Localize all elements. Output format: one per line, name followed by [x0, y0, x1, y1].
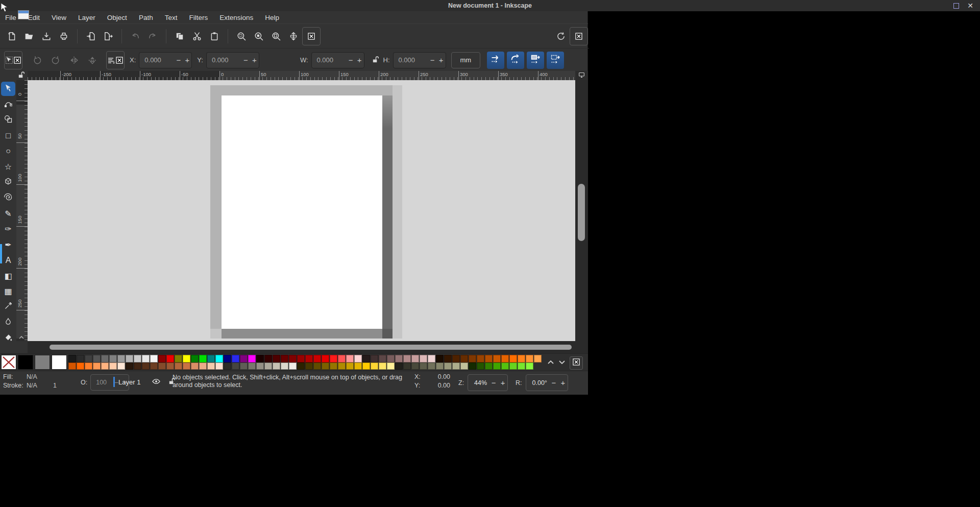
color-swatch[interactable] [77, 355, 84, 363]
box-3d-tool[interactable] [1, 175, 15, 189]
canvas[interactable] [28, 80, 575, 341]
color-swatch[interactable] [354, 363, 362, 370]
color-swatch[interactable] [166, 363, 174, 370]
color-swatch[interactable] [428, 355, 435, 363]
selection-mode-button[interactable] [4, 51, 22, 69]
color-swatch[interactable] [387, 355, 395, 363]
color-swatch[interactable] [322, 355, 329, 363]
zoom-drawing-button[interactable] [250, 28, 267, 45]
rotation-increment[interactable]: + [558, 378, 568, 387]
color-swatch[interactable] [469, 363, 476, 370]
fit-page-button[interactable] [285, 28, 302, 45]
horizontal-scrollbar-thumb[interactable] [50, 345, 572, 350]
menu-view[interactable]: View [52, 14, 66, 21]
color-swatch[interactable] [477, 363, 484, 370]
toolbar-overflow-button[interactable] [570, 27, 588, 45]
color-swatch[interactable] [501, 363, 509, 370]
color-swatch[interactable] [183, 363, 190, 370]
color-swatch[interactable] [501, 355, 509, 363]
color-swatch[interactable] [85, 363, 92, 370]
menu-filters[interactable]: Filters [189, 14, 208, 21]
color-swatch[interactable] [428, 363, 435, 370]
color-swatch[interactable] [117, 355, 125, 363]
color-swatch[interactable] [322, 363, 329, 370]
color-swatch[interactable] [411, 363, 419, 370]
color-swatch[interactable] [509, 363, 517, 370]
h-input[interactable]: 0.000 [394, 56, 428, 64]
color-swatch[interactable] [346, 363, 354, 370]
color-swatch[interactable] [485, 355, 493, 363]
color-swatch[interactable] [403, 355, 411, 363]
paint-bucket-tool[interactable] [1, 331, 15, 345]
y-decrement[interactable]: − [241, 56, 250, 64]
color-swatch[interactable] [436, 355, 444, 363]
color-swatch[interactable] [436, 363, 444, 370]
color-swatch[interactable] [256, 363, 264, 370]
shape-builder-tool[interactable] [1, 113, 15, 127]
y-increment[interactable]: + [250, 56, 259, 64]
zoom-decrement[interactable]: − [489, 378, 498, 387]
black-swatch[interactable] [18, 355, 33, 370]
w-input[interactable]: 0.000 [312, 56, 347, 64]
color-swatch[interactable] [191, 355, 199, 363]
color-swatch[interactable] [338, 355, 346, 363]
lock-guides-toggle[interactable] [15, 71, 27, 80]
color-swatch[interactable] [93, 363, 101, 370]
color-swatch[interactable] [518, 363, 525, 370]
print-button[interactable] [55, 28, 72, 45]
menu-text[interactable]: Text [165, 14, 178, 21]
color-swatch[interactable] [526, 363, 533, 370]
color-swatch[interactable] [248, 363, 256, 370]
color-swatch[interactable] [215, 355, 223, 363]
color-swatch[interactable] [354, 355, 362, 363]
zoom-input[interactable]: 44% [468, 379, 489, 387]
dropper-tool[interactable] [1, 300, 15, 314]
color-swatch[interactable] [224, 355, 231, 363]
color-swatch[interactable] [452, 363, 460, 370]
color-swatch[interactable] [330, 355, 337, 363]
color-swatch[interactable] [420, 363, 427, 370]
gray-swatch[interactable] [35, 355, 50, 370]
palette-config-button[interactable] [570, 356, 583, 370]
menu-extensions[interactable]: Extensions [219, 14, 253, 21]
color-swatch[interactable] [150, 363, 158, 370]
z-order-button[interactable] [106, 51, 125, 69]
color-swatch[interactable] [232, 355, 239, 363]
menu-help[interactable]: Help [265, 14, 279, 21]
x-decrement[interactable]: − [174, 56, 183, 64]
color-swatch[interactable] [126, 355, 133, 363]
color-swatch[interactable] [248, 355, 256, 363]
vertical-scrollbar[interactable] [575, 80, 588, 341]
color-swatch[interactable] [109, 363, 117, 370]
export-button[interactable] [100, 28, 117, 45]
cms-adjust-toggle[interactable] [575, 71, 588, 80]
menu-object[interactable]: Object [107, 14, 127, 21]
lock-ratio-toggle[interactable] [372, 56, 379, 65]
color-swatch[interactable] [150, 355, 158, 363]
affect-gradients-button[interactable] [527, 52, 544, 69]
color-swatch[interactable] [493, 363, 501, 370]
selector-tool[interactable] [1, 82, 15, 96]
color-swatch[interactable] [207, 363, 215, 370]
fill-stroke-indicator[interactable]: Fill: N/A Stroke: N/A 1 [3, 373, 63, 389]
color-swatch[interactable] [134, 355, 141, 363]
layer-visibility-toggle[interactable] [149, 377, 164, 387]
color-swatch[interactable] [460, 363, 468, 370]
color-swatch[interactable] [142, 355, 150, 363]
color-swatch[interactable] [469, 355, 476, 363]
color-swatch[interactable] [509, 355, 517, 363]
paste-button[interactable] [206, 28, 223, 45]
color-swatch[interactable] [534, 355, 542, 363]
color-swatch[interactable] [142, 363, 150, 370]
star-tool[interactable]: ☆ [1, 160, 15, 174]
color-swatch[interactable] [305, 355, 313, 363]
toolbar-toggle-button[interactable] [302, 27, 321, 45]
color-swatch[interactable] [101, 355, 109, 363]
node-tool[interactable] [1, 98, 15, 112]
color-swatch[interactable] [183, 355, 190, 363]
color-swatch[interactable] [346, 355, 354, 363]
tweak-tool[interactable] [1, 316, 15, 330]
opacity-input[interactable]: 100 [91, 379, 112, 386]
color-swatch[interactable] [379, 355, 386, 363]
no-color-swatch[interactable] [1, 355, 16, 370]
